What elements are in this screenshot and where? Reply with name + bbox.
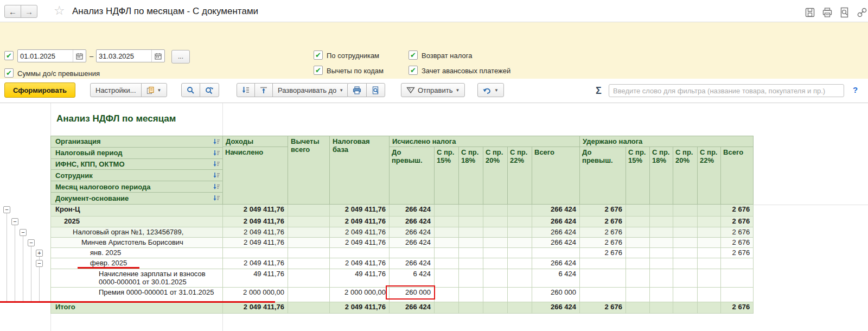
row-header-label[interactable]: Сотрудник: [55, 171, 93, 180]
cell-u20[interactable]: [673, 204, 698, 216]
cell-i22[interactable]: [508, 237, 532, 247]
cell-vychety[interactable]: [288, 269, 330, 287]
col-header-i-do-prev[interactable]: До превыш.: [390, 147, 435, 205]
row-label[interactable]: янв. 2025: [51, 247, 223, 258]
cell-i20[interactable]: [483, 258, 508, 269]
calendar-button[interactable]: [73, 50, 86, 62]
cell-i20[interactable]: [483, 302, 508, 313]
link-icon[interactable]: [857, 7, 867, 18]
row-header-label[interactable]: Месяц налогового периода: [55, 183, 150, 191]
cell-vychety[interactable]: [288, 227, 330, 237]
cell-baza[interactable]: 2 049 411,76: [330, 302, 390, 313]
generate-button[interactable]: Сформировать: [4, 82, 75, 98]
cell-vychety[interactable]: [288, 216, 330, 227]
cell-u15[interactable]: [626, 269, 650, 287]
col-header-u-do-prev[interactable]: До превыш.: [580, 147, 626, 205]
cell-baza[interactable]: 49 411,76: [330, 269, 390, 287]
cell-i15[interactable]: [435, 227, 459, 237]
cell-u22[interactable]: [698, 227, 721, 237]
col-header-u-22[interactable]: С пр. 22%: [698, 147, 721, 205]
expand-levels-button[interactable]: [237, 83, 255, 97]
cell-u18[interactable]: [650, 227, 673, 237]
cell-baza[interactable]: 2 049 411,76: [330, 216, 390, 227]
cell-u22[interactable]: [698, 269, 721, 287]
period-checkbox[interactable]: ✔: [4, 51, 14, 60]
row-label[interactable]: Премия 0000-000001 от 31.01.2025: [51, 287, 223, 302]
cell-u20[interactable]: [673, 287, 698, 302]
collapse-minus-button[interactable]: −: [11, 218, 18, 225]
row-header-label[interactable]: ИФНС, КПП, ОКТМО: [55, 160, 125, 168]
cell-vychety[interactable]: [288, 302, 330, 313]
cell-u22[interactable]: [698, 247, 721, 258]
cell-u_vs[interactable]: [721, 287, 754, 302]
settings-button[interactable]: Настройки...: [90, 83, 142, 97]
cell-i15[interactable]: [435, 247, 459, 258]
cell-i20[interactable]: [483, 247, 508, 258]
cell-i18[interactable]: [459, 247, 483, 258]
cell-i_vs[interactable]: 260 000: [532, 287, 580, 302]
report-variants-button[interactable]: ▼: [141, 83, 167, 97]
cell-u18[interactable]: [650, 237, 673, 247]
cell-i22[interactable]: [508, 216, 532, 227]
cell-u15[interactable]: [626, 258, 650, 269]
cell-u15[interactable]: [626, 227, 650, 237]
cell-i15[interactable]: [435, 302, 459, 313]
cell-i_do[interactable]: 266 424: [390, 227, 435, 237]
cell-u22[interactable]: [698, 302, 721, 313]
cell-i20[interactable]: [483, 237, 508, 247]
col-header-i-22[interactable]: С пр. 22%: [508, 147, 532, 205]
cell-u22[interactable]: [698, 237, 721, 247]
cell-i22[interactable]: [508, 269, 532, 287]
cell-u_do[interactable]: [580, 258, 626, 269]
col-header-dohody[interactable]: Доходы: [223, 136, 288, 147]
cell-dohody[interactable]: [223, 247, 288, 258]
cell-u20[interactable]: [673, 302, 698, 313]
cell-u_vs[interactable]: [721, 269, 754, 287]
col-header-baza[interactable]: Налоговая база: [330, 136, 390, 205]
undo-settings-button[interactable]: ▼: [477, 83, 504, 97]
expand-plus-button[interactable]: +: [36, 250, 43, 257]
cell-u_vs[interactable]: 2 676: [721, 227, 754, 237]
row-label[interactable]: Итого: [51, 302, 223, 313]
cell-u22[interactable]: [698, 204, 721, 216]
cell-u20[interactable]: [673, 247, 698, 258]
cell-i_vs[interactable]: 266 424: [532, 258, 580, 269]
cell-u15[interactable]: [626, 302, 650, 313]
cell-i18[interactable]: [459, 287, 483, 302]
cell-u20[interactable]: [673, 227, 698, 237]
cell-u20[interactable]: [673, 258, 698, 269]
cell-dohody[interactable]: 2 049 411,76: [223, 204, 288, 216]
cell-i20[interactable]: [483, 287, 508, 302]
favorite-star-icon[interactable]: ☆: [54, 3, 65, 18]
cell-u15[interactable]: [626, 237, 650, 247]
cell-vychety[interactable]: [288, 204, 330, 216]
preview-button[interactable]: [366, 83, 385, 97]
date-from-input[interactable]: [18, 52, 73, 60]
cell-i20[interactable]: [483, 204, 508, 216]
cell-i_do[interactable]: 266 424: [390, 302, 435, 313]
cell-i18[interactable]: [459, 269, 483, 287]
col-header-u-20[interactable]: С пр. 20%: [673, 147, 698, 205]
cell-i_vs[interactable]: 266 424: [532, 204, 580, 216]
cell-i15[interactable]: [435, 269, 459, 287]
print-preview-icon[interactable]: [839, 7, 850, 18]
cell-u15[interactable]: [626, 287, 650, 302]
cell-u18[interactable]: [650, 247, 673, 258]
sum-sigma-icon[interactable]: Σ: [596, 85, 602, 97]
col-header-u-15[interactable]: С пр. 15%: [626, 147, 650, 205]
print-button[interactable]: [347, 83, 367, 97]
cell-dohody[interactable]: 2 049 411,76: [223, 216, 288, 227]
cell-i_do[interactable]: 266 424: [390, 204, 435, 216]
cell-u_vs[interactable]: 2 676: [721, 216, 754, 227]
print-icon[interactable]: [822, 7, 833, 18]
cell-u_do[interactable]: 2 676: [580, 227, 626, 237]
cell-i_do[interactable]: 266 424: [390, 237, 435, 247]
deduction-codes-checkbox[interactable]: ✔: [314, 66, 323, 75]
cell-u_vs[interactable]: 2 676: [721, 247, 754, 258]
col-header-vychety[interactable]: Вычеты всего: [288, 136, 330, 205]
cell-i_do[interactable]: 6 424: [390, 269, 435, 287]
back-button[interactable]: ←: [4, 5, 21, 18]
cell-i20[interactable]: [483, 227, 508, 237]
cell-i22[interactable]: [508, 302, 532, 313]
cell-i15[interactable]: [435, 287, 459, 302]
